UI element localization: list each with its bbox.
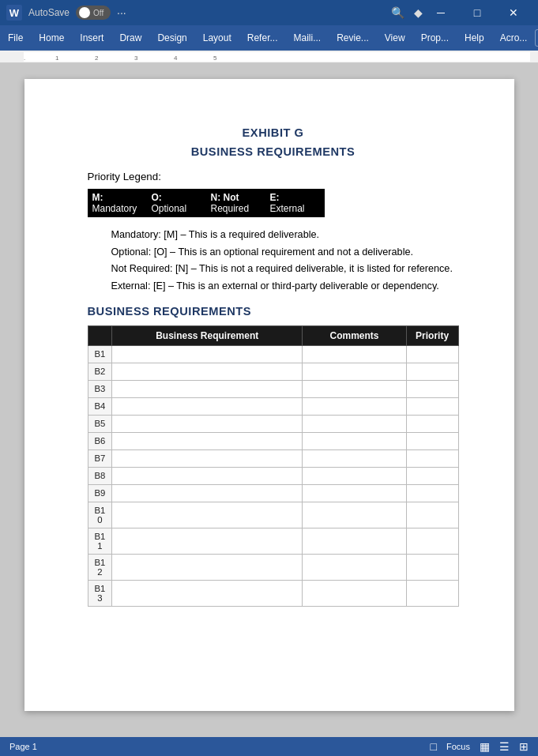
row-comments-1[interactable] (303, 345, 406, 363)
menu-acrobat[interactable]: Acro... (492, 25, 536, 51)
priority-legend-table: M: Mandatory O: Optional N: Not Required… (88, 189, 325, 217)
row-label-2: B2 (88, 363, 112, 380)
row-biz-2[interactable] (112, 363, 303, 380)
table-row[interactable]: B7 (88, 449, 458, 467)
document-area: EXHIBIT G BUSINESS REQUIREMENTS Priority… (0, 63, 538, 737)
comment-button[interactable]: 💬 (535, 29, 538, 47)
row-comments-11[interactable] (303, 528, 406, 554)
row-biz-8[interactable] (112, 467, 303, 484)
menu-view[interactable]: View (377, 25, 413, 51)
table-row[interactable]: B1 0 (88, 502, 458, 528)
row-biz-3[interactable] (112, 380, 303, 397)
row-priority-1[interactable] (406, 345, 458, 363)
row-comments-3[interactable] (303, 380, 406, 397)
requirements-table: Business Requirement Comments Priority B… (88, 325, 459, 607)
row-priority-4[interactable] (406, 397, 458, 415)
menu-review[interactable]: Revie... (329, 25, 377, 51)
status-icon-doc[interactable]: □ (431, 740, 437, 753)
row-comments-7[interactable] (303, 449, 406, 467)
status-icon-layout[interactable]: ⊞ (519, 740, 529, 753)
legend-desc-e: External: [E] – This is an external or t… (111, 280, 459, 294)
row-biz-10[interactable] (112, 502, 303, 528)
diamond-icon[interactable]: ◆ (414, 6, 423, 19)
menu-insert[interactable]: Insert (72, 25, 111, 51)
row-comments-13[interactable] (303, 580, 406, 606)
menu-layout[interactable]: Layout (195, 25, 239, 51)
row-biz-5[interactable] (112, 415, 303, 432)
legend-desc-n: Not Required: [N] – This is not a requir… (111, 262, 459, 276)
search-icon[interactable]: 🔍 (391, 6, 404, 19)
row-priority-7[interactable] (406, 449, 458, 467)
menu-file[interactable]: File (0, 25, 31, 51)
row-priority-3[interactable] (406, 380, 458, 397)
row-biz-4[interactable] (112, 397, 303, 415)
row-biz-9[interactable] (112, 484, 303, 502)
table-row[interactable]: B5 (88, 415, 458, 432)
menu-proofing[interactable]: Prop... (413, 25, 457, 51)
row-comments-8[interactable] (303, 467, 406, 484)
section-title: BUSINESS REQUIREMENTS (88, 145, 459, 158)
row-priority-10[interactable] (406, 502, 458, 528)
autosave-toggle[interactable]: Off (76, 6, 111, 20)
legend-letter-e: E: (270, 192, 320, 203)
row-priority-8[interactable] (406, 467, 458, 484)
table-row[interactable]: B6 (88, 432, 458, 449)
row-priority-5[interactable] (406, 415, 458, 432)
row-comments-9[interactable] (303, 484, 406, 502)
row-comments-4[interactable] (303, 397, 406, 415)
row-comments-5[interactable] (303, 415, 406, 432)
row-priority-6[interactable] (406, 432, 458, 449)
row-comments-10[interactable] (303, 502, 406, 528)
row-priority-11[interactable] (406, 528, 458, 554)
ruler: . 1 2 3 4 5 (0, 51, 538, 63)
status-icon-grid[interactable]: ▦ (480, 740, 490, 753)
row-biz-1[interactable] (112, 345, 303, 363)
table-header-empty (88, 325, 112, 345)
table-row[interactable]: B2 (88, 363, 458, 380)
table-row[interactable]: B1 3 (88, 580, 458, 606)
row-biz-13[interactable] (112, 580, 303, 606)
row-label-5: B5 (88, 415, 112, 432)
row-biz-12[interactable] (112, 554, 303, 580)
legend-desc-m: Mandatory: [M] – This is a required deli… (111, 228, 459, 243)
menu-draw[interactable]: Draw (111, 25, 149, 51)
row-label-3: B3 (88, 380, 112, 397)
row-biz-11[interactable] (112, 528, 303, 554)
focus-label[interactable]: Focus (446, 742, 470, 751)
table-row[interactable]: B4 (88, 397, 458, 415)
row-comments-6[interactable] (303, 432, 406, 449)
legend-word-n: Required (211, 203, 250, 214)
menu-references[interactable]: Refer... (239, 25, 286, 51)
table-row[interactable]: B9 (88, 484, 458, 502)
row-comments-12[interactable] (303, 554, 406, 580)
ruler-left-margin (2, 52, 17, 62)
row-biz-6[interactable] (112, 432, 303, 449)
table-header-biz-req: Business Requirement (112, 325, 303, 345)
toggle-thumb (79, 7, 90, 18)
page[interactable]: EXHIBIT G BUSINESS REQUIREMENTS Priority… (24, 79, 514, 711)
more-icon[interactable]: ··· (117, 6, 126, 19)
title-bar-left: W AutoSave Off ··· (6, 5, 391, 21)
row-priority-12[interactable] (406, 554, 458, 580)
table-row[interactable]: B1 (88, 345, 458, 363)
row-priority-9[interactable] (406, 484, 458, 502)
table-row[interactable]: B1 2 (88, 554, 458, 580)
status-icon-lines[interactable]: ☰ (499, 740, 510, 753)
row-priority-2[interactable] (406, 363, 458, 380)
row-biz-7[interactable] (112, 449, 303, 467)
table-row[interactable]: B1 1 (88, 528, 458, 554)
row-comments-2[interactable] (303, 363, 406, 380)
legend-desc-o: Optional: [O] – This is an optional requ… (111, 246, 459, 260)
row-priority-13[interactable] (406, 580, 458, 606)
close-button[interactable]: ✕ (495, 0, 532, 25)
table-row[interactable]: B8 (88, 467, 458, 484)
menu-home[interactable]: Home (31, 25, 72, 51)
row-label-6: B6 (88, 432, 112, 449)
menu-mailings[interactable]: Maili... (285, 25, 329, 51)
row-label-11: B1 1 (88, 528, 112, 554)
restore-button[interactable]: □ (459, 0, 495, 25)
menu-help[interactable]: Help (457, 25, 492, 51)
minimize-button[interactable]: ─ (423, 0, 459, 25)
menu-design[interactable]: Design (149, 25, 194, 51)
table-row[interactable]: B3 (88, 380, 458, 397)
